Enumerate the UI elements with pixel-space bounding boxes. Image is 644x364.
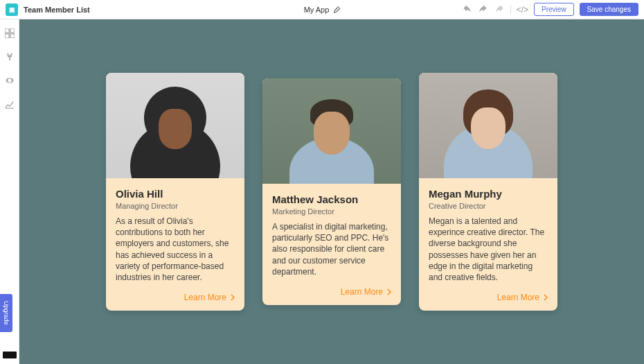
learn-more-link[interactable]: Learn More: [116, 293, 235, 302]
canvas: Olivia Hill Managing Director As a resul…: [19, 19, 644, 364]
redo-branch-icon[interactable]: [495, 3, 505, 16]
svg-rect-1: [10, 28, 14, 33]
svg-rect-2: [5, 34, 9, 38]
preview-button[interactable]: Preview: [534, 3, 574, 16]
learn-more-label: Learn More: [341, 287, 383, 297]
app-name-group[interactable]: My App: [304, 6, 341, 14]
chevron-right-icon: [231, 294, 235, 301]
team-card[interactable]: Megan Murphy Creative Director Megan is …: [419, 73, 557, 311]
member-bio: A specialist in digital marketing, parti…: [272, 221, 391, 277]
footer-logo: [3, 352, 17, 358]
code-icon[interactable]: </>: [517, 5, 528, 15]
learn-more-label: Learn More: [497, 293, 539, 302]
team-card[interactable]: Olivia Hill Managing Director As a resul…: [106, 73, 244, 311]
member-role: Marketing Director: [272, 207, 391, 216]
layout-icon[interactable]: [4, 28, 15, 39]
app-logo[interactable]: ▣: [6, 3, 18, 16]
chart-icon[interactable]: [4, 98, 15, 110]
learn-more-link[interactable]: Learn More: [272, 287, 391, 297]
avatar-image: [262, 78, 401, 184]
redo-icon[interactable]: [478, 3, 488, 16]
save-button[interactable]: Save changes: [580, 3, 638, 16]
chevron-right-icon: [544, 294, 548, 301]
chevron-right-icon: [387, 288, 391, 295]
member-bio: As a result of Olivia's contributions to…: [116, 216, 235, 283]
member-bio: Megan is a talented and experince creati…: [429, 216, 548, 283]
member-role: Managing Director: [116, 202, 235, 210]
plug-icon[interactable]: [4, 51, 15, 62]
svg-rect-3: [10, 34, 14, 38]
app-name: My App: [304, 6, 330, 14]
topbar: ▣ Team Member List My App </> Preview Sa…: [0, 0, 644, 19]
card-body: Matthew Jackson Marketing Director A spe…: [262, 184, 401, 305]
member-name: Olivia Hill: [116, 188, 235, 200]
member-role: Creative Director: [429, 202, 548, 210]
card-body: Olivia Hill Managing Director As a resul…: [106, 178, 244, 311]
topbar-right: </> Preview Save changes: [462, 3, 638, 16]
history-icons: [462, 3, 505, 16]
pencil-icon: [333, 6, 340, 13]
divider: [510, 5, 511, 15]
avatar-image: [106, 73, 244, 178]
avatar-image: [419, 73, 557, 178]
member-name: Matthew Jackson: [272, 193, 391, 205]
learn-more-link[interactable]: Learn More: [429, 293, 548, 302]
gear-icon[interactable]: [4, 75, 15, 86]
learn-more-label: Learn More: [184, 293, 226, 302]
team-card[interactable]: Matthew Jackson Marketing Director A spe…: [262, 78, 401, 305]
upgrade-button[interactable]: Upgrade: [0, 294, 12, 332]
svg-rect-0: [5, 28, 9, 33]
card-body: Megan Murphy Creative Director Megan is …: [419, 178, 557, 311]
undo-icon[interactable]: [462, 3, 472, 16]
topbar-left: ▣ Team Member List: [6, 3, 90, 16]
member-name: Megan Murphy: [429, 188, 548, 200]
page-title: Team Member List: [24, 6, 90, 14]
